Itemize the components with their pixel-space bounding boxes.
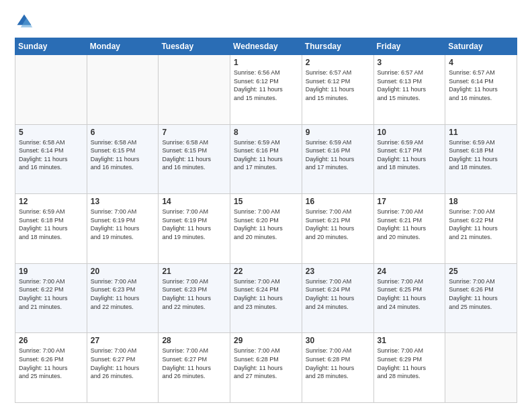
day-info: Sunrise: 7:00 AM Sunset: 6:19 PM Dayligh…	[162, 208, 226, 241]
day-info: Sunrise: 6:59 AM Sunset: 6:18 PM Dayligh…	[449, 138, 513, 172]
calendar-cell: 29Sunrise: 7:00 AM Sunset: 6:28 PM Dayli…	[230, 333, 302, 403]
weekday-header-thursday: Thursday	[302, 38, 373, 55]
weekday-header-friday: Friday	[373, 38, 445, 55]
day-number: 2	[306, 58, 370, 67]
calendar-cell: 21Sunrise: 7:00 AM Sunset: 6:23 PM Dayli…	[159, 263, 230, 333]
calendar-cell: 6Sunrise: 6:58 AM Sunset: 6:15 PM Daylig…	[87, 124, 159, 194]
day-number: 9	[306, 128, 370, 137]
day-number: 28	[162, 336, 226, 345]
header	[15, 12, 517, 31]
calendar-cell	[159, 55, 230, 125]
day-info: Sunrise: 6:58 AM Sunset: 6:15 PM Dayligh…	[162, 138, 226, 172]
day-number: 22	[234, 267, 298, 276]
day-info: Sunrise: 6:59 AM Sunset: 6:17 PM Dayligh…	[378, 138, 442, 172]
calendar-cell: 23Sunrise: 7:00 AM Sunset: 6:24 PM Dayli…	[302, 263, 373, 333]
calendar-cell: 30Sunrise: 7:00 AM Sunset: 6:28 PM Dayli…	[302, 333, 373, 403]
day-info: Sunrise: 7:00 AM Sunset: 6:22 PM Dayligh…	[19, 277, 83, 311]
day-info: Sunrise: 7:00 AM Sunset: 6:23 PM Dayligh…	[91, 277, 155, 311]
day-info: Sunrise: 7:00 AM Sunset: 6:21 PM Dayligh…	[306, 208, 370, 241]
calendar-cell: 27Sunrise: 7:00 AM Sunset: 6:27 PM Dayli…	[87, 333, 159, 403]
page: SundayMondayTuesdayWednesdayThursdayFrid…	[0, 0, 532, 411]
day-info: Sunrise: 6:57 AM Sunset: 6:14 PM Dayligh…	[449, 68, 513, 102]
day-info: Sunrise: 7:00 AM Sunset: 6:26 PM Dayligh…	[19, 347, 83, 380]
day-info: Sunrise: 6:58 AM Sunset: 6:14 PM Dayligh…	[19, 138, 83, 172]
logo	[15, 12, 36, 31]
calendar-cell: 24Sunrise: 7:00 AM Sunset: 6:25 PM Dayli…	[373, 263, 445, 333]
day-number: 23	[306, 267, 370, 276]
day-number: 21	[162, 267, 226, 276]
calendar-cell: 19Sunrise: 7:00 AM Sunset: 6:22 PM Dayli…	[15, 263, 87, 333]
calendar-cell: 5Sunrise: 6:58 AM Sunset: 6:14 PM Daylig…	[15, 124, 87, 194]
day-number: 12	[19, 197, 83, 206]
day-number: 20	[91, 267, 155, 276]
day-number: 7	[162, 128, 226, 137]
weekday-header-monday: Monday	[87, 38, 159, 55]
day-number: 24	[378, 267, 442, 276]
calendar-cell: 10Sunrise: 6:59 AM Sunset: 6:17 PM Dayli…	[373, 124, 445, 194]
day-info: Sunrise: 7:00 AM Sunset: 6:28 PM Dayligh…	[306, 347, 370, 380]
day-info: Sunrise: 7:00 AM Sunset: 6:27 PM Dayligh…	[91, 347, 155, 380]
day-number: 17	[378, 197, 442, 206]
day-number: 29	[234, 336, 298, 345]
calendar-cell: 16Sunrise: 7:00 AM Sunset: 6:21 PM Dayli…	[302, 194, 373, 264]
calendar-week-4: 19Sunrise: 7:00 AM Sunset: 6:22 PM Dayli…	[15, 263, 517, 333]
calendar-cell	[445, 333, 517, 403]
day-number: 27	[91, 336, 155, 345]
calendar-cell: 26Sunrise: 7:00 AM Sunset: 6:26 PM Dayli…	[15, 333, 87, 403]
day-number: 16	[306, 197, 370, 206]
day-number: 18	[449, 197, 513, 206]
weekday-header-tuesday: Tuesday	[159, 38, 230, 55]
calendar-cell: 12Sunrise: 6:59 AM Sunset: 6:18 PM Dayli…	[15, 194, 87, 264]
day-number: 14	[162, 197, 226, 206]
logo-icon	[15, 12, 34, 31]
calendar-cell: 20Sunrise: 7:00 AM Sunset: 6:23 PM Dayli…	[87, 263, 159, 333]
day-number: 5	[19, 128, 83, 137]
day-info: Sunrise: 7:00 AM Sunset: 6:26 PM Dayligh…	[449, 277, 513, 311]
day-info: Sunrise: 6:59 AM Sunset: 6:16 PM Dayligh…	[306, 138, 370, 172]
day-number: 26	[19, 336, 83, 345]
calendar-cell: 31Sunrise: 7:00 AM Sunset: 6:29 PM Dayli…	[373, 333, 445, 403]
day-info: Sunrise: 6:59 AM Sunset: 6:16 PM Dayligh…	[234, 138, 298, 172]
day-info: Sunrise: 7:00 AM Sunset: 6:24 PM Dayligh…	[234, 277, 298, 311]
day-number: 3	[378, 58, 442, 67]
day-number: 6	[91, 128, 155, 137]
calendar-cell: 3Sunrise: 6:57 AM Sunset: 6:13 PM Daylig…	[373, 55, 445, 125]
calendar-table: SundayMondayTuesdayWednesdayThursdayFrid…	[15, 38, 517, 403]
weekday-header-sunday: Sunday	[15, 38, 87, 55]
calendar-cell	[87, 55, 159, 125]
day-info: Sunrise: 7:00 AM Sunset: 6:29 PM Dayligh…	[378, 347, 442, 380]
day-info: Sunrise: 7:00 AM Sunset: 6:27 PM Dayligh…	[162, 347, 226, 380]
day-number: 8	[234, 128, 298, 137]
day-info: Sunrise: 7:00 AM Sunset: 6:19 PM Dayligh…	[91, 208, 155, 241]
day-number: 13	[91, 197, 155, 206]
day-info: Sunrise: 7:00 AM Sunset: 6:23 PM Dayligh…	[162, 277, 226, 311]
weekday-header-saturday: Saturday	[445, 38, 517, 55]
calendar-cell: 25Sunrise: 7:00 AM Sunset: 6:26 PM Dayli…	[445, 263, 517, 333]
day-info: Sunrise: 7:00 AM Sunset: 6:25 PM Dayligh…	[378, 277, 442, 311]
calendar-cell: 8Sunrise: 6:59 AM Sunset: 6:16 PM Daylig…	[230, 124, 302, 194]
calendar-cell: 18Sunrise: 7:00 AM Sunset: 6:22 PM Dayli…	[445, 194, 517, 264]
day-info: Sunrise: 7:00 AM Sunset: 6:21 PM Dayligh…	[378, 208, 442, 241]
day-info: Sunrise: 6:59 AM Sunset: 6:18 PM Dayligh…	[19, 208, 83, 241]
day-info: Sunrise: 7:00 AM Sunset: 6:20 PM Dayligh…	[234, 208, 298, 241]
calendar-cell	[15, 55, 87, 125]
day-number: 31	[378, 336, 442, 345]
calendar-cell: 7Sunrise: 6:58 AM Sunset: 6:15 PM Daylig…	[159, 124, 230, 194]
day-info: Sunrise: 6:58 AM Sunset: 6:15 PM Dayligh…	[91, 138, 155, 172]
calendar-week-5: 26Sunrise: 7:00 AM Sunset: 6:26 PM Dayli…	[15, 333, 517, 403]
weekday-header-row: SundayMondayTuesdayWednesdayThursdayFrid…	[15, 38, 517, 55]
day-number: 19	[19, 267, 83, 276]
day-info: Sunrise: 7:00 AM Sunset: 6:22 PM Dayligh…	[449, 208, 513, 241]
calendar-week-3: 12Sunrise: 6:59 AM Sunset: 6:18 PM Dayli…	[15, 194, 517, 264]
day-number: 15	[234, 197, 298, 206]
day-number: 10	[378, 128, 442, 137]
day-info: Sunrise: 7:00 AM Sunset: 6:28 PM Dayligh…	[234, 347, 298, 380]
calendar-cell: 2Sunrise: 6:57 AM Sunset: 6:12 PM Daylig…	[302, 55, 373, 125]
calendar-cell: 15Sunrise: 7:00 AM Sunset: 6:20 PM Dayli…	[230, 194, 302, 264]
day-info: Sunrise: 6:57 AM Sunset: 6:13 PM Dayligh…	[378, 68, 442, 102]
calendar-cell: 11Sunrise: 6:59 AM Sunset: 6:18 PM Dayli…	[445, 124, 517, 194]
calendar-cell: 1Sunrise: 6:56 AM Sunset: 6:12 PM Daylig…	[230, 55, 302, 125]
calendar-cell: 22Sunrise: 7:00 AM Sunset: 6:24 PM Dayli…	[230, 263, 302, 333]
calendar-week-1: 1Sunrise: 6:56 AM Sunset: 6:12 PM Daylig…	[15, 55, 517, 125]
calendar-cell: 28Sunrise: 7:00 AM Sunset: 6:27 PM Dayli…	[159, 333, 230, 403]
